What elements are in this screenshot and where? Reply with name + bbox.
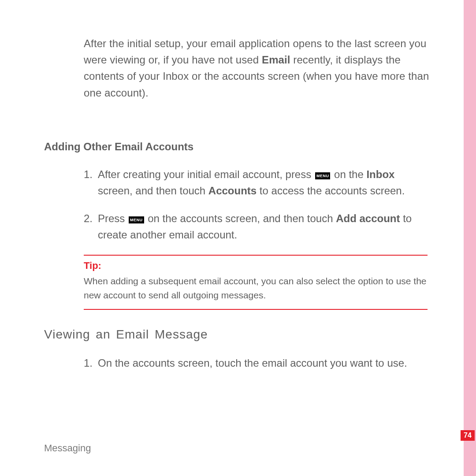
step-text: On the accounts screen, touch the email … — [98, 357, 407, 369]
step-body: Press MENU on the accounts screen, and t… — [98, 210, 432, 243]
list-item: 2. Press MENU on the accounts screen, an… — [84, 210, 432, 243]
step-number: 2. — [84, 210, 98, 243]
intro-text-bold: Email — [262, 54, 290, 66]
menu-icon: MENU — [129, 216, 144, 223]
list-item: 1. After creating your initial email acc… — [84, 166, 432, 199]
step-text: Press — [98, 212, 128, 224]
list-item: 1. On the accounts screen, touch the ema… — [84, 355, 432, 371]
tip-block: Tip: When adding a subsequent email acco… — [84, 255, 428, 310]
page-number: 74 — [461, 430, 475, 441]
step-body: On the accounts screen, touch the email … — [98, 355, 432, 371]
page-content: After the initial setup, your email appl… — [44, 35, 432, 383]
step-number: 1. — [84, 355, 98, 371]
step-number: 1. — [84, 166, 98, 199]
step-text: screen, and then touch — [98, 185, 208, 197]
side-accent-bar — [464, 0, 476, 476]
step-text-bold: Add account — [336, 212, 400, 224]
heading-viewing-message: Viewing an Email Message — [44, 327, 432, 342]
step-text: on the — [331, 168, 366, 180]
step-body: After creating your initial email accoun… — [98, 166, 432, 199]
step-text-bold: Accounts — [208, 185, 257, 197]
footer-section-label: Messaging — [44, 443, 91, 454]
intro-paragraph: After the initial setup, your email appl… — [84, 35, 432, 101]
step-text: to access the accounts screen. — [257, 185, 405, 197]
heading-adding-accounts: Adding Other Email Accounts — [44, 141, 432, 153]
adding-steps-list: 1. After creating your initial email acc… — [84, 166, 432, 243]
step-text: After creating your initial email accoun… — [98, 168, 314, 180]
tip-text: When adding a subsequent email account, … — [84, 274, 428, 303]
step-text: on the accounts screen, and then touch — [145, 212, 336, 224]
menu-icon: MENU — [315, 172, 331, 179]
viewing-steps-list: 1. On the accounts screen, touch the ema… — [84, 355, 432, 371]
step-text-bold: Inbox — [366, 168, 394, 180]
tip-label: Tip: — [84, 260, 428, 271]
